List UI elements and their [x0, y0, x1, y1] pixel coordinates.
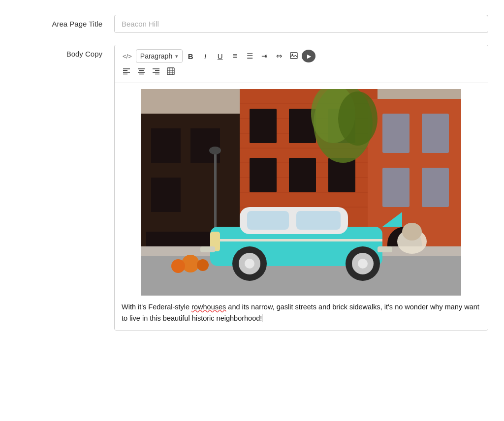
table-icon [167, 67, 175, 77]
chevron-down-icon: ▾ [175, 53, 178, 60]
toolbar-row-1: </> Paragraph ▾ B I [120, 49, 483, 63]
svg-rect-21 [151, 128, 181, 163]
paragraph-dropdown[interactable]: Paragraph ▾ [136, 49, 183, 63]
area-page-title-label: Area Page Title [16, 15, 114, 28]
body-text-before: With it's Federal-style [122, 303, 191, 311]
svg-rect-45 [422, 114, 449, 153]
svg-point-64 [358, 259, 368, 269]
svg-rect-44 [382, 114, 410, 153]
editor-image: Ceia [122, 89, 481, 296]
image-icon [290, 52, 298, 60]
paragraph-label: Paragraph [140, 52, 172, 60]
ordered-list-button[interactable]: ☰ [243, 49, 256, 63]
svg-rect-14 [167, 68, 174, 75]
code-icon: </> [123, 53, 132, 60]
ordered-list-icon: ☰ [247, 52, 253, 60]
area-page-title-input[interactable] [114, 15, 488, 33]
align-center-button[interactable] [134, 65, 148, 79]
play-button[interactable]: ▶ [302, 50, 315, 62]
editor-toolbar: </> Paragraph ▾ B I [115, 45, 488, 83]
toolbar-row-2 [120, 65, 483, 79]
body-text-underline: rowhouses [191, 303, 226, 311]
title-field-wrapper [114, 15, 488, 33]
svg-rect-57 [296, 211, 341, 230]
body-copy-label: Body Copy [16, 45, 114, 58]
svg-point-27 [209, 147, 221, 154]
svg-rect-67 [200, 246, 215, 252]
svg-rect-23 [151, 178, 181, 212]
svg-rect-47 [422, 168, 449, 207]
svg-rect-40 [250, 158, 277, 192]
svg-rect-46 [382, 168, 410, 207]
form-container: Area Page Title Body Copy </> Parag [16, 15, 488, 342]
bold-button[interactable]: B [184, 49, 197, 63]
svg-rect-56 [247, 211, 289, 230]
svg-point-61 [245, 259, 254, 269]
body-copy-row: Body Copy </> Paragraph ▾ [16, 45, 488, 331]
svg-rect-26 [214, 153, 217, 232]
svg-rect-42 [328, 158, 355, 192]
italic-icon: I [204, 52, 206, 60]
svg-rect-58 [210, 239, 382, 241]
svg-point-71 [197, 259, 209, 271]
svg-rect-37 [250, 109, 277, 143]
bold-icon: B [188, 52, 193, 60]
svg-point-70 [171, 259, 185, 273]
italic-button[interactable]: I [198, 49, 212, 63]
underline-button[interactable]: U [213, 49, 227, 63]
text-cursor [262, 314, 262, 322]
code-button[interactable]: </> [120, 49, 135, 63]
table-button[interactable] [164, 65, 178, 79]
title-row: Area Page Title [16, 15, 488, 33]
svg-rect-41 [289, 158, 316, 192]
svg-rect-0 [290, 53, 297, 59]
align-right-button[interactable] [149, 65, 163, 79]
image-button[interactable] [287, 49, 301, 63]
rich-text-editor: </> Paragraph ▾ B I [114, 45, 488, 331]
editor-field-wrapper: </> Paragraph ▾ B I [114, 45, 488, 331]
align-center-icon [137, 68, 145, 76]
editor-body-text: With it's Federal-style rowhouses and it… [122, 301, 481, 324]
svg-point-51 [338, 91, 378, 146]
unordered-list-icon: ≡ [233, 52, 237, 60]
svg-rect-68 [378, 246, 392, 252]
align-right-icon [152, 68, 160, 76]
align-left-icon [123, 68, 130, 76]
unordered-list-button[interactable]: ≡ [228, 49, 242, 63]
align-left-button[interactable] [120, 65, 133, 79]
underline-icon: U [218, 52, 223, 60]
svg-point-73 [402, 223, 422, 241]
link-button[interactable]: ⇔ [272, 49, 286, 63]
indent-icon: ⇥ [261, 52, 268, 60]
indent-button[interactable]: ⇥ [257, 49, 271, 63]
link-icon: ⇔ [276, 52, 283, 60]
editor-content[interactable]: Ceia [115, 83, 488, 330]
play-icon: ▶ [306, 53, 311, 60]
